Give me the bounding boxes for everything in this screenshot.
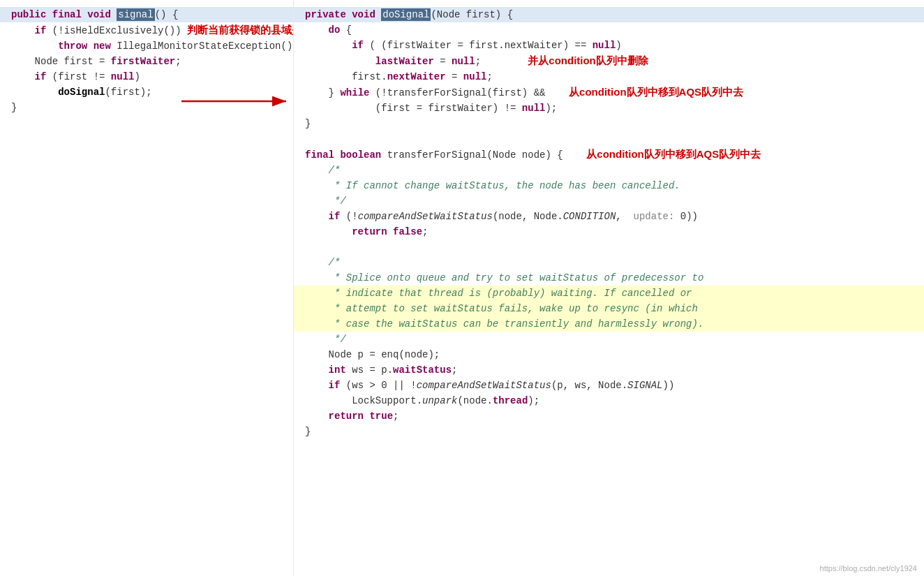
right-line-5: first.nextWaiter = null; bbox=[294, 69, 924, 84]
right-line-4: lastWaiter = null; 并从condition队列中删除 bbox=[294, 53, 924, 69]
right-line-11: /* bbox=[294, 163, 924, 178]
right-line-19: * indicate that thread is (probably) wai… bbox=[294, 286, 924, 301]
code-line-3: throw new IllegalMonitorStateException()… bbox=[0, 38, 293, 54]
right-line-22: */ bbox=[294, 332, 924, 347]
right-line-21: * case the waitStatus can be transiently… bbox=[294, 316, 924, 332]
right-line-10: final boolean transferForSignal(Node nod… bbox=[294, 147, 924, 163]
right-line-28: } bbox=[294, 424, 924, 439]
right-line-9 bbox=[294, 131, 924, 147]
right-line-23: Node p = enq(node); bbox=[294, 347, 924, 362]
code-line-4: Node first = firstWaiter; bbox=[0, 54, 293, 69]
right-line-16 bbox=[294, 239, 924, 255]
right-line-24: int ws = p.waitStatus; bbox=[294, 362, 924, 378]
right-line-17: /* bbox=[294, 255, 924, 270]
code-line-1: public final void signal() { bbox=[0, 7, 293, 22]
watermark: https://blog.csdn.net/cly1924 bbox=[820, 564, 917, 573]
right-line-13: */ bbox=[294, 193, 924, 209]
code-container: public final void signal() { if (!isHeld… bbox=[0, 0, 924, 576]
right-line-27: return true; bbox=[294, 408, 924, 424]
right-line-12: * If cannot change waitStatus, the node … bbox=[294, 178, 924, 193]
right-line-20: * attempt to set waitStatus fails, wake … bbox=[294, 301, 924, 316]
right-line-15: return false; bbox=[294, 224, 924, 239]
right-line-7: (first = firstWaiter) != null); bbox=[294, 101, 924, 116]
code-line-5: if (first != null) bbox=[0, 69, 293, 84]
right-line-1: private void doSignal(Node first) { bbox=[294, 7, 924, 22]
right-line-18: * Splice onto queue and try to set waitS… bbox=[294, 270, 924, 286]
code-line-2: if (!isHeldExclusively()) 判断当前获得锁的县域是不是当… bbox=[0, 22, 293, 38]
right-line-26: LockSupport.unpark(node.thread); bbox=[294, 393, 924, 408]
right-line-6: } while (!transferForSignal(first) && 从c… bbox=[294, 84, 924, 101]
right-line-8: } bbox=[294, 116, 924, 131]
arrow-icon bbox=[178, 87, 300, 115]
right-line-3: if ( (firstWaiter = first.nextWaiter) ==… bbox=[294, 38, 924, 53]
right-panel: private void doSignal(Node first) { do {… bbox=[293, 0, 924, 576]
right-line-25: if (ws > 0 || !compareAndSetWaitStatus(p… bbox=[294, 378, 924, 393]
right-line-2: do { bbox=[294, 22, 924, 38]
right-line-14: if (!compareAndSetWaitStatus(node, Node.… bbox=[294, 209, 924, 224]
left-panel: public final void signal() { if (!isHeld… bbox=[0, 0, 293, 576]
